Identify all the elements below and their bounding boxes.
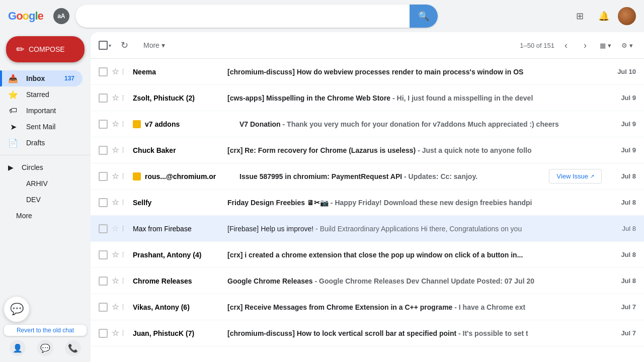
row-star[interactable]: ☆ [112, 250, 119, 259]
email-row[interactable]: ☆ Prashant, Antony (4) [crx] i created a… [91, 242, 644, 268]
row-date: Jul 7 [606, 329, 636, 337]
sidebar-item-important[interactable]: 🏷 Important [0, 103, 83, 119]
search-button[interactable]: 🔍 [410, 5, 438, 28]
row-subject: V7 Donation [239, 120, 281, 128]
row-content: [chromium-discuss] How to lock vertical … [227, 329, 602, 337]
row-star[interactable]: ☆ [112, 276, 119, 286]
row-label-yellow [133, 120, 141, 128]
row-date: Jul 10 [606, 68, 636, 75]
row-star[interactable]: ☆ [112, 328, 119, 338]
sidebar-item-inbox[interactable]: 📥 Inbox 137 [0, 70, 83, 86]
drafts-icon: 📄 [8, 138, 18, 148]
row-checkbox[interactable] [99, 329, 108, 338]
row-important[interactable] [123, 278, 129, 284]
row-star[interactable]: ☆ [112, 171, 119, 181]
row-important[interactable] [123, 173, 129, 179]
refresh-button[interactable]: ↻ [115, 36, 133, 54]
row-star[interactable]: ☆ [112, 302, 119, 312]
row-star[interactable]: ☆ [112, 224, 119, 233]
email-row-chrome-releases[interactable]: ☆ Chrome Releases Google Chrome Releases… [91, 268, 644, 294]
search-input[interactable] [75, 12, 410, 21]
row-sender: Sellfy [133, 199, 223, 207]
email-row-max-firebase[interactable]: ☆ Max from Firebase [Firebase] Help us i… [91, 216, 644, 242]
view-issue-label: View Issue [556, 172, 588, 180]
row-important[interactable] [123, 69, 129, 75]
starred-icon: ⭐ [8, 90, 18, 100]
sidebar-item-circles[interactable]: ▶ Circles [0, 159, 91, 175]
checkbox-box[interactable] [99, 41, 108, 50]
row-checkbox[interactable] [99, 224, 108, 233]
sidebar-item-drafts[interactable]: 📄 Drafts [0, 135, 83, 151]
email-row[interactable]: ☆ Neema [chromium-discuss] How do webvie… [91, 59, 644, 85]
sidebar-item-dev[interactable]: DEV [0, 192, 83, 208]
more-button[interactable]: More ▾ [137, 37, 171, 53]
row-important[interactable] [123, 226, 129, 232]
row-sender: Juan, PhistucK (7) [133, 329, 223, 337]
view-issue-button[interactable]: View Issue ↗ [549, 169, 602, 184]
account-avatar-small[interactable]: aA [53, 8, 69, 24]
email-row[interactable]: ☆ Chuck Baker [crx] Re: Form recovery fo… [91, 137, 644, 163]
row-important[interactable] [123, 95, 129, 101]
email-row[interactable]: ☆ v7 addons V7 Donation - Thank you very… [91, 111, 644, 137]
circles-label: Circles [22, 163, 43, 171]
row-sender: Zsolt, PhistucK (2) [133, 94, 223, 102]
email-toolbar: ▾ ↻ More ▾ 1–50 of 151 ‹ › ▦ ▾ ⚙ ▾ [91, 32, 644, 59]
select-all-checkbox[interactable]: ▾ [99, 41, 111, 50]
row-sender: rous...@chromium.or [145, 172, 235, 180]
drafts-label: Drafts [26, 139, 74, 147]
row-snippet: - Hi, I just found a misspelling in the … [392, 94, 533, 102]
revert-chat-button[interactable]: Revert to the old chat [4, 325, 87, 336]
row-important[interactable] [123, 304, 129, 310]
row-date: Jul 8 [606, 225, 636, 232]
sidebar-more-button[interactable]: More [0, 208, 91, 224]
dev-label: DEV [26, 196, 74, 204]
search-bar: 🔍 [75, 5, 438, 28]
row-content: [crx] i created a chrome extension that … [227, 251, 602, 259]
row-checkbox[interactable] [99, 94, 108, 103]
pagination-text: 1–50 of 151 [520, 42, 554, 49]
row-important[interactable] [123, 121, 129, 127]
sidebar-item-arhiv[interactable]: ARHIV [0, 175, 83, 192]
row-star[interactable]: ☆ [112, 67, 119, 76]
row-checkbox[interactable] [99, 303, 108, 312]
user-avatar[interactable] [618, 7, 636, 25]
row-important[interactable] [123, 252, 129, 258]
prev-page-button[interactable]: ‹ [558, 38, 574, 53]
chat-phone-icon[interactable]: 📞 [65, 340, 81, 356]
next-page-button[interactable]: › [578, 38, 593, 53]
sidebar-item-starred[interactable]: ⭐ Starred [0, 86, 83, 103]
checkbox-arrow[interactable]: ▾ [109, 43, 111, 48]
chat-bubble-icon2[interactable]: 💬 [37, 340, 53, 356]
sidebar-item-sent[interactable]: ➤ Sent Mail [0, 119, 83, 135]
compose-button[interactable]: ✏ COMPOSE [6, 36, 85, 62]
compose-label: COMPOSE [29, 45, 65, 53]
email-row[interactable]: ☆ Vikas, Antony (6) [crx] Receive Messag… [91, 294, 644, 320]
row-important[interactable] [123, 330, 129, 336]
row-checkbox[interactable] [99, 120, 108, 129]
row-checkbox[interactable] [99, 277, 108, 286]
row-checkbox[interactable] [99, 172, 108, 181]
circles-icon: ▶ [8, 163, 14, 171]
row-star[interactable]: ☆ [112, 119, 119, 129]
row-checkbox[interactable] [99, 146, 108, 155]
row-star[interactable]: ☆ [112, 198, 119, 207]
row-important[interactable] [123, 147, 129, 153]
row-checkbox[interactable] [99, 198, 108, 207]
row-checkbox[interactable] [99, 67, 108, 76]
notifications-icon[interactable]: 🔔 [594, 6, 614, 26]
apps-icon[interactable]: ⊞ [570, 6, 590, 26]
chat-bubble[interactable]: 💬 [4, 297, 29, 322]
email-row[interactable]: ☆ rous...@chromium.or Issue 587995 in ch… [91, 163, 644, 190]
email-row[interactable]: ☆ Juan, PhistucK (7) [chromium-discuss] … [91, 320, 644, 346]
row-important[interactable] [123, 200, 129, 206]
row-star[interactable]: ☆ [112, 93, 119, 103]
row-subject: [cws-apps] Misspelling in the Chrome Web… [227, 94, 390, 102]
settings-button[interactable]: ⚙ ▾ [618, 39, 636, 52]
email-row[interactable]: ☆ Zsolt, PhistucK (2) [cws-apps] Misspel… [91, 85, 644, 111]
view-toggle-button[interactable]: ▦ ▾ [597, 39, 614, 52]
row-checkbox[interactable] [99, 250, 108, 259]
email-row[interactable]: ☆ Sellfy Friday Design Freebies 🖥✂📷 - Ha… [91, 190, 644, 216]
row-star[interactable]: ☆ [112, 145, 119, 155]
chat-person-icon[interactable]: 👤 [10, 340, 26, 356]
row-date: Jul 8 [606, 277, 636, 285]
